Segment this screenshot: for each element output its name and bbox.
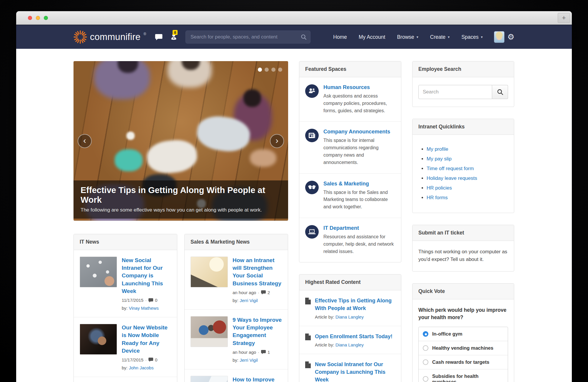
global-search-input[interactable]: [186, 31, 310, 43]
article-thumbnail[interactable]: [80, 324, 117, 355]
comment-icon: [261, 290, 266, 294]
search-icon[interactable]: [301, 34, 307, 41]
article-thumbnail[interactable]: [80, 257, 117, 287]
intranet-quicklinks-panel: Intranet Quicklinks My profile My pay sl…: [412, 119, 514, 213]
comment-icon: [148, 358, 153, 362]
hero-caption[interactable]: Effective Tips in Getting Along With Peo…: [74, 180, 288, 219]
space-icon[interactable]: [305, 181, 319, 194]
window-titlebar: +: [16, 11, 572, 25]
radio-button[interactable]: [423, 331, 428, 337]
rated-title-link[interactable]: Effective Tips in Getting Along With Peo…: [315, 297, 395, 312]
gear-icon[interactable]: ⚙: [507, 33, 514, 41]
article-thumbnail[interactable]: [191, 257, 228, 287]
rated-byline: Article by: Diana Langley: [315, 314, 395, 319]
panel-title: Employee Search: [412, 61, 514, 77]
space-name-link[interactable]: Human Resources: [323, 84, 395, 91]
carousel-dot[interactable]: [258, 68, 262, 72]
quicklink[interactable]: Time off request form: [427, 166, 474, 171]
article-title-link[interactable]: New Social Intranet for Our Company is L…: [122, 257, 171, 295]
news-list-item: New Technology Roadmap for the New Year …: [74, 377, 177, 382]
starburst-icon: [74, 30, 87, 44]
carousel-dot[interactable]: [278, 68, 282, 72]
news-list-item: New Social Intranet for Our Company is L…: [74, 250, 177, 317]
quick-vote-panel: Quick Vote Which perk would help you imp…: [412, 283, 514, 382]
vote-option-label: Cash rewards for targets: [432, 359, 489, 365]
vote-option-label: In-office gym: [432, 331, 462, 337]
panel-title: Quick Vote: [412, 284, 514, 299]
quicklink[interactable]: Holiday leave requests: [427, 175, 477, 181]
article-title-link[interactable]: How an Intranet will Strengthen Your Soc…: [233, 257, 282, 287]
author-link[interactable]: Jerri Vigil: [240, 358, 258, 363]
quicklink[interactable]: My profile: [427, 146, 448, 152]
quicklink-item: HR forms: [427, 195, 508, 201]
notifications-icon[interactable]: 8: [170, 33, 177, 41]
author-link[interactable]: Vinay Mathews: [129, 306, 158, 311]
article-title-link[interactable]: Our New Website is Now Mobile Ready for …: [122, 324, 171, 355]
author-link[interactable]: Diana Langley: [335, 342, 364, 347]
zoom-window-button[interactable]: [44, 16, 48, 20]
space-list-item: IT Department Resources and assistance f…: [299, 218, 401, 262]
quicklink[interactable]: HR policies: [427, 185, 452, 191]
space-name-link[interactable]: Sales & Marketing: [323, 181, 395, 187]
vote-option-row[interactable]: Cash rewards for targets: [419, 355, 508, 369]
article-thumbnail[interactable]: [191, 316, 228, 347]
communifire-logo[interactable]: communifire ®: [74, 30, 146, 44]
carousel-dot[interactable]: [265, 68, 269, 72]
author-link[interactable]: John Jacobs: [129, 365, 153, 370]
document-icon: [305, 334, 311, 340]
radio-button[interactable]: [423, 359, 428, 365]
vote-option-row[interactable]: Subsidies for health purchases: [419, 369, 508, 382]
new-tab-button[interactable]: +: [558, 13, 570, 23]
vote-option-row[interactable]: In-office gym: [419, 327, 508, 341]
panel-title: Featured Spaces: [299, 61, 401, 77]
close-window-button[interactable]: [28, 16, 32, 20]
carousel-dot[interactable]: [271, 68, 275, 72]
space-icon[interactable]: [305, 225, 319, 239]
space-icon[interactable]: [305, 129, 319, 142]
author-link[interactable]: Jerri Vigil: [240, 298, 258, 303]
nav-item[interactable]: My Account: [359, 34, 385, 40]
nav-item[interactable]: Spaces ▾: [461, 34, 482, 40]
quicklink[interactable]: My pay slip: [427, 156, 452, 162]
panel-title: IT News: [74, 234, 177, 250]
space-icon[interactable]: [305, 84, 319, 98]
rated-title-link[interactable]: New Social Intranet for Our Company is L…: [315, 361, 395, 382]
space-name-link[interactable]: IT Department: [323, 225, 395, 231]
chat-icon[interactable]: [155, 34, 163, 41]
traffic-lights: [28, 16, 48, 20]
minimize-window-button[interactable]: [36, 16, 40, 20]
panel-title: Intranet Quicklinks: [412, 119, 514, 135]
chevron-down-icon: ▾: [481, 35, 483, 39]
quicklink-item: Time off request form: [427, 166, 508, 172]
space-description: Ask questions and access company policie…: [323, 93, 395, 114]
space-list-item: Human Resources Ask questions and access…: [299, 77, 401, 121]
nav-item[interactable]: Home: [333, 34, 347, 40]
carousel-next-button[interactable]: ›: [270, 134, 284, 148]
nav-item[interactable]: Browse ▾: [397, 34, 418, 40]
article-title-link[interactable]: 9 Ways to Improve Your Employee Engageme…: [233, 316, 282, 347]
rated-byline: Article by: Diana Langley: [315, 342, 392, 347]
employee-search-input[interactable]: [418, 85, 492, 99]
vote-option-row[interactable]: Healthy vending machines: [419, 341, 508, 355]
user-avatar[interactable]: [494, 31, 505, 43]
article-meta: 11/17/2015 · 0: [122, 357, 171, 362]
featured-spaces-list: Human Resources Ask questions and access…: [299, 77, 401, 262]
quicklink[interactable]: HR forms: [427, 195, 448, 200]
radio-button[interactable]: [423, 345, 428, 351]
quicklinks-list: My profile My pay slip Time off request …: [412, 135, 514, 213]
rated-title-link[interactable]: Open Enrollment Starts Today!: [315, 333, 392, 340]
author-link[interactable]: Diana Langley: [335, 314, 364, 319]
space-description: Resources and assistance for computer, h…: [323, 233, 395, 255]
article-date: an hour ago: [233, 290, 256, 295]
carousel-prev-button[interactable]: ‹: [78, 134, 92, 148]
employee-search-button[interactable]: [492, 85, 508, 99]
highest-rated-list: Effective Tips in Getting Along With Peo…: [299, 290, 401, 382]
space-name-link[interactable]: Company Announcements: [323, 129, 395, 135]
search-icon: [497, 89, 503, 95]
vote-option-label: Subsidies for health purchases: [432, 373, 504, 382]
radio-button[interactable]: [423, 376, 428, 382]
article-thumbnail[interactable]: [191, 376, 228, 382]
article-title-link[interactable]: How to Improve Customer Support with a H…: [233, 376, 282, 382]
nav-item[interactable]: Create ▾: [430, 34, 450, 40]
highest-rated-panel: Highest Rated Content Effective Tips in …: [299, 274, 401, 382]
